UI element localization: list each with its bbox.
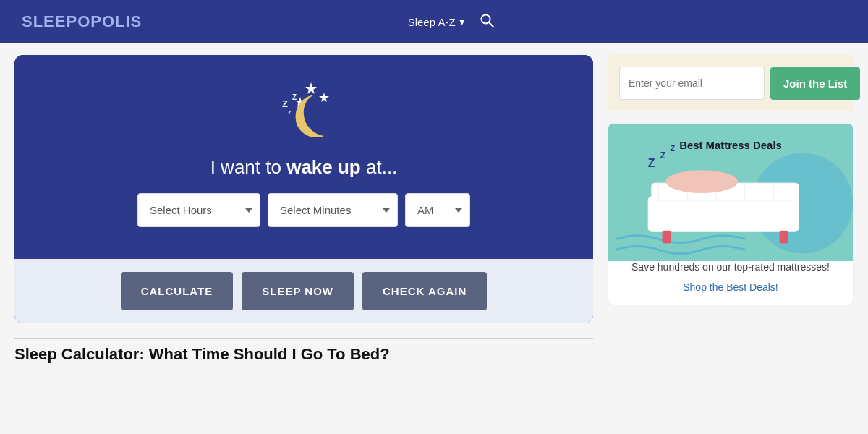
title-bold: wake up	[286, 156, 361, 178]
calculator-title: I want to wake up at...	[29, 156, 579, 179]
svg-text:Z: Z	[660, 150, 666, 161]
svg-text:z: z	[288, 109, 292, 116]
logo-text: SLEEPOPOLIS	[22, 12, 142, 30]
title-end: at...	[361, 156, 398, 178]
main-layout: Z Z z I want to wake up at... Select Hou…	[0, 43, 868, 375]
sleep-az-link[interactable]: Sleep A-Z ▾	[408, 15, 465, 28]
join-list-button[interactable]: Join the List	[770, 67, 860, 100]
site-logo: SLEEPOPOLIS	[22, 12, 142, 31]
top-navigation: SLEEPOPOLIS Sleep A-Z ▾	[0, 0, 868, 43]
nav-center: Sleep A-Z ▾	[408, 13, 494, 31]
svg-marker-2	[305, 82, 317, 94]
svg-text:Z: Z	[670, 144, 675, 153]
svg-text:Z: Z	[292, 93, 297, 101]
search-icon[interactable]	[480, 13, 494, 31]
sleep-az-label: Sleep A-Z	[408, 16, 456, 28]
svg-rect-18	[663, 231, 671, 244]
svg-text:Z: Z	[282, 98, 288, 109]
check-again-button[interactable]: CHECK AGAIN	[362, 272, 487, 310]
calculator-buttons: CALCULATE SLEEP NOW CHECK AGAIN	[14, 259, 593, 323]
left-column: Z Z z I want to wake up at... Select Hou…	[14, 55, 593, 364]
calculate-button[interactable]: CALCULATE	[121, 272, 234, 310]
calculator-top: Z Z z I want to wake up at... Select Hou…	[14, 55, 593, 259]
svg-rect-10	[648, 196, 799, 232]
svg-rect-19	[780, 231, 788, 244]
email-input[interactable]	[619, 67, 765, 100]
moon-illustration: Z Z z	[260, 77, 347, 142]
svg-text:Z: Z	[648, 157, 655, 169]
svg-marker-3	[319, 93, 329, 102]
right-column: Join the List	[608, 55, 854, 364]
email-signup-bar: Join the List	[608, 55, 854, 111]
ampm-select[interactable]: AM PM	[405, 193, 470, 227]
mattress-deals-card: Z Z Z Best Mattress Deals Save hundreds …	[608, 123, 854, 305]
svg-point-17	[666, 170, 738, 193]
hours-select[interactable]: Select Hours 1234 5678 9101112	[137, 193, 260, 227]
svg-line-1	[489, 22, 493, 27]
time-selectors: Select Hours 1234 5678 9101112 Select Mi…	[29, 193, 579, 244]
sleep-calculator-card: Z Z z I want to wake up at... Select Hou…	[14, 55, 593, 323]
deals-image: Z Z Z Best Mattress Deals	[608, 124, 853, 261]
page-title: Sleep Calculator: What Time Should I Go …	[14, 338, 593, 364]
sleep-now-button[interactable]: SLEEP NOW	[242, 272, 354, 310]
svg-text:Best Mattress Deals: Best Mattress Deals	[679, 140, 782, 151]
deals-description: Save hundreds on our top-rated mattresse…	[608, 261, 853, 281]
title-start: I want to	[210, 156, 287, 178]
deals-link[interactable]: Shop the Best Deals!	[608, 281, 853, 305]
chevron-down-icon: ▾	[459, 15, 465, 28]
minutes-select[interactable]: Select Minutes 00051015 20253035 4045505…	[268, 193, 398, 227]
